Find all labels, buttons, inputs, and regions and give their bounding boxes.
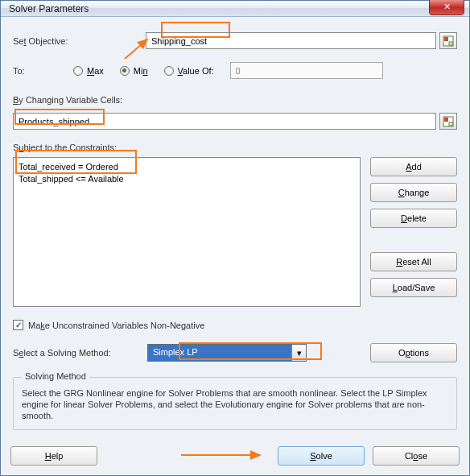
solving-method-select[interactable]: Simplex LP ▾ bbox=[147, 344, 307, 362]
solving-method-selected: Simplex LP bbox=[148, 345, 291, 361]
groupbox-body: Select the GRG Nonlinear engine for Solv… bbox=[22, 387, 448, 421]
constraint-item[interactable]: Total_received = Ordered bbox=[19, 161, 355, 173]
range-picker-icon bbox=[443, 116, 454, 127]
load-save-button[interactable]: Load/Save bbox=[370, 278, 457, 297]
nonneg-row: Make Unconstrained Variables Non-Negativ… bbox=[13, 320, 457, 330]
changing-cells-row bbox=[13, 113, 457, 130]
dialog-footer: Help Solve Close bbox=[1, 438, 469, 475]
solve-button[interactable]: Solve bbox=[278, 446, 365, 466]
constraints-label: Subject to the Constraints: bbox=[13, 143, 457, 152]
min-radio-wrap[interactable]: Min bbox=[120, 66, 148, 76]
changing-range-picker-button[interactable] bbox=[439, 113, 457, 130]
titlebar: Solver Parameters ✕ bbox=[1, 1, 469, 17]
options-button[interactable]: Options bbox=[370, 343, 457, 362]
valueof-input[interactable] bbox=[230, 62, 383, 79]
svg-rect-1 bbox=[444, 37, 448, 41]
valueof-radio-label: Value Of: bbox=[178, 66, 214, 76]
min-radio-label: Min bbox=[134, 66, 148, 76]
dialog-content: Set Objective: To: Max Min Value Of: bbox=[1, 17, 469, 438]
max-radio-wrap[interactable]: Max bbox=[73, 66, 104, 76]
to-row: To: Max Min Value Of: bbox=[13, 62, 457, 79]
set-objective-row: Set Objective: bbox=[13, 32, 457, 49]
to-label: To: bbox=[13, 66, 57, 76]
valueof-radio-wrap[interactable]: Value Of: bbox=[164, 66, 214, 76]
changing-cells-input[interactable] bbox=[13, 113, 436, 130]
solving-method-row: Select a Solving Method: Simplex LP ▾ Op… bbox=[13, 343, 457, 362]
min-radio[interactable] bbox=[120, 66, 130, 76]
solving-method-label: Select a Solving Method: bbox=[13, 348, 138, 358]
objective-range-picker-button[interactable] bbox=[439, 32, 457, 49]
valueof-radio[interactable] bbox=[164, 66, 174, 76]
arrow-icon bbox=[179, 445, 268, 466]
constraints-listbox[interactable]: Total_received = Ordered Total_shipped <… bbox=[13, 157, 361, 307]
reset-all-button[interactable]: Reset All bbox=[370, 252, 457, 271]
max-radio[interactable] bbox=[73, 66, 83, 76]
range-picker-icon bbox=[443, 35, 454, 47]
close-window-button[interactable]: ✕ bbox=[429, 0, 464, 15]
max-radio-label: Max bbox=[87, 66, 104, 76]
help-button[interactable]: Help bbox=[10, 446, 97, 466]
constraints-area: Total_received = Ordered Total_shipped <… bbox=[13, 157, 457, 307]
change-button[interactable]: Change bbox=[370, 183, 457, 202]
svg-rect-4 bbox=[444, 118, 448, 122]
window-title: Solver Parameters bbox=[9, 3, 429, 14]
changing-cells-label: By Changing Variable Cells: bbox=[13, 95, 457, 105]
constraint-item[interactable]: Total_shipped <= Available bbox=[19, 173, 355, 185]
delete-button[interactable]: Delete bbox=[370, 209, 457, 228]
add-button[interactable]: Add bbox=[370, 157, 457, 176]
set-objective-label: Set Objective: bbox=[13, 36, 146, 46]
chevron-down-icon: ▾ bbox=[291, 345, 306, 361]
close-icon: ✕ bbox=[443, 2, 451, 12]
solving-method-groupbox: Solving Method Select the GRG Nonlinear … bbox=[13, 377, 457, 430]
close-button[interactable]: Close bbox=[373, 446, 460, 466]
constraints-buttons: Add Change Delete Reset All Load/Save bbox=[370, 157, 457, 307]
objective-input[interactable] bbox=[146, 32, 436, 49]
nonneg-label: Make Unconstrained Variables Non-Negativ… bbox=[28, 321, 204, 330]
solver-parameters-dialog: Solver Parameters ✕ Set Objective: To: M… bbox=[0, 0, 470, 476]
nonneg-checkbox[interactable] bbox=[13, 320, 23, 330]
groupbox-title: Solving Method bbox=[22, 371, 89, 381]
